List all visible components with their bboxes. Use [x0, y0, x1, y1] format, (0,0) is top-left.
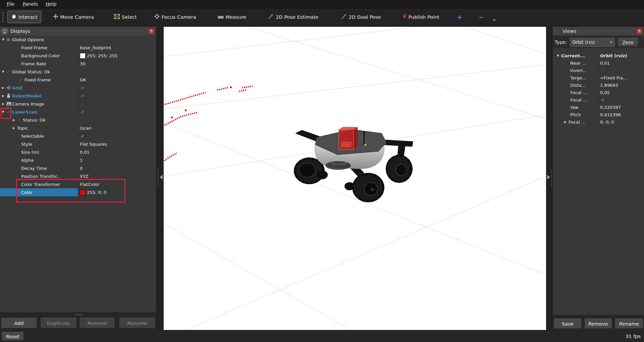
tree-row-camera-image[interactable]: ▶Camera Image — [0, 100, 156, 108]
checkbox[interactable] — [80, 101, 86, 107]
tree-row-global-options[interactable]: ▼⚙Global Options — [0, 36, 156, 44]
tree-row-robotmodel[interactable]: ▶RobotModel✓ — [0, 92, 156, 100]
row-label: Background Color — [21, 53, 60, 58]
tree-row-topic[interactable]: ▶Topic/scan — [0, 124, 156, 132]
tool-focus-camera[interactable]: Focus Camera — [151, 11, 200, 23]
tool-publish-point[interactable]: Publish Point — [399, 11, 443, 23]
collapse-right-icon[interactable] — [547, 175, 550, 180]
tree-row-frame-rate[interactable]: Frame Rate30 — [0, 60, 156, 68]
row-label: Color — [21, 190, 33, 195]
collapse-arrow-icon[interactable]: ▶ — [13, 118, 17, 122]
tool-label: Interact — [18, 14, 38, 20]
checkbox[interactable]: ✓ — [80, 93, 86, 99]
row-label-cell: Invert... — [553, 67, 598, 74]
collapse-left-icon[interactable] — [160, 175, 163, 180]
tool-add-tool[interactable]: + — [454, 11, 466, 23]
tool-move-camera[interactable]: Move Camera — [49, 11, 98, 23]
tree-row-current-[interactable]: ▼Current...Orbit (rviz) — [553, 52, 644, 59]
tree-row-focal-[interactable]: Focal ...✓ — [553, 96, 644, 104]
tree-row-color-transformer[interactable]: Color TransformerFlatColor — [0, 180, 156, 188]
color-swatch[interactable] — [80, 53, 86, 59]
row-value-cell: ✓ — [78, 85, 86, 91]
tree-row-selectable[interactable]: Selectable✓ — [0, 132, 156, 140]
left-splitter[interactable] — [156, 27, 164, 330]
close-icon[interactable]: ✕ — [637, 28, 642, 34]
checkbox[interactable]: ✓ — [600, 97, 606, 103]
collapse-arrow-icon[interactable]: ▶ — [2, 94, 6, 97]
collapse-arrow-icon[interactable]: ▶ — [13, 126, 17, 130]
toolbar-drag-handle[interactable] — [2, 11, 4, 23]
tree-row-alpha[interactable]: Alpha1 — [0, 156, 156, 164]
checkbox[interactable] — [600, 68, 606, 73]
splitter-grip[interactable] — [157, 169, 159, 187]
collapse-arrow-icon[interactable]: ▶ — [2, 86, 6, 89]
tree-row-invert-[interactable]: Invert... — [553, 67, 644, 74]
tool-interact[interactable]: Interact — [7, 11, 41, 23]
row-label-cell: ▶RobotModel — [0, 92, 78, 100]
views-save-button[interactable]: Save — [554, 319, 582, 329]
tree-row-focal-[interactable]: Focal ...0,05 — [553, 89, 644, 96]
tree-row-status-ok[interactable]: ▶✓Status: Ok — [0, 116, 156, 124]
zero-button[interactable]: Zero — [618, 38, 638, 47]
row-label-cell: Style — [0, 140, 78, 148]
tool-measure[interactable]: Measure — [214, 11, 250, 23]
color-swatch[interactable] — [80, 190, 86, 195]
tree-row-decay-time[interactable]: Decay Time0 — [0, 164, 156, 172]
tree-row-focal-[interactable]: ▶Focal ...0; 0; 0 — [553, 118, 644, 126]
laser-icon — [6, 110, 12, 114]
tree-row-targe-[interactable]: Targe...<Fixed Fra... — [553, 74, 644, 81]
row-value-cell: /scan — [78, 126, 92, 131]
views-rename-button[interactable]: Rename — [615, 319, 643, 329]
checkbox[interactable]: ✓ — [80, 85, 86, 91]
tool-overflow-caret[interactable] — [493, 19, 496, 21]
expand-arrow-icon[interactable]: ▼ — [2, 110, 6, 114]
splitter-grip[interactable] — [550, 169, 552, 187]
row-value-cell — [78, 101, 86, 107]
tree-row-size-m-[interactable]: Size (m)0,01 — [0, 148, 156, 156]
views-remove-button[interactable]: Remove — [584, 319, 612, 329]
menu-panels[interactable]: Panels — [18, 1, 42, 7]
tree-row-pitch[interactable]: Pitch0,415398 — [553, 111, 644, 118]
row-label-cell: Focal ... — [553, 96, 598, 104]
checkbox[interactable]: ✓ — [80, 133, 86, 139]
collapse-arrow-icon[interactable]: ▶ — [564, 120, 569, 124]
menu-file[interactable]: File — [3, 1, 18, 7]
tool-select[interactable]: Select — [110, 11, 141, 23]
tree-row-background-color[interactable]: Background Color255; 255; 255 — [0, 52, 156, 60]
expand-arrow-icon[interactable]: ▼ — [2, 70, 6, 73]
tree-row-grid[interactable]: ▶Grid✓ — [0, 84, 156, 92]
row-label: Yaw — [570, 105, 579, 110]
checkbox[interactable]: ✓ — [80, 109, 86, 115]
tool-label: 2D Goal Pose — [349, 14, 381, 20]
tree-row-laserscan[interactable]: ▼LaserScan✓ — [0, 108, 156, 116]
view-type-dropdown[interactable]: Orbit (rviz — [570, 38, 615, 47]
tree-row-global-status-ok[interactable]: ▼✓Global Status: Ok — [0, 68, 156, 76]
row-value-cell: Orbit (rviz) — [598, 53, 627, 58]
reset-button[interactable]: Reset — [2, 332, 24, 341]
tool-goal-pose[interactable]: 2D Goal Pose — [337, 10, 385, 23]
expand-arrow-icon[interactable]: ▼ — [2, 38, 6, 41]
tree-row-fixed-frame[interactable]: Fixed Framebase_footprint — [0, 44, 156, 52]
tree-row-near-[interactable]: Near ...0,01 — [553, 59, 644, 67]
tree-row-fixed-frame[interactable]: ✓Fixed FrameOK — [0, 76, 156, 84]
close-icon[interactable]: ✕ — [149, 28, 154, 34]
tool-remove-tool[interactable]: − — [476, 11, 487, 23]
collapse-arrow-icon[interactable]: ▶ — [2, 102, 6, 106]
tree-row-style[interactable]: StyleFlat Squares — [0, 140, 156, 148]
tool-pose-estimate[interactable]: 2D Pose Estimate — [264, 10, 322, 23]
right-splitter[interactable] — [546, 27, 553, 330]
tree-row-color[interactable]: Color255; 0; 0 — [0, 188, 156, 196]
expand-arrow-icon[interactable]: ▼ — [557, 54, 561, 57]
row-label: Pitch — [570, 112, 581, 117]
tree-row-position-transfor-[interactable]: Position Transfor...XYZ — [0, 172, 156, 180]
tree-row-yaw[interactable]: Yaw0,520397 — [553, 104, 644, 111]
row-label-cell: ▼Current... — [553, 52, 598, 59]
add-button[interactable]: Add — [1, 318, 37, 328]
menu-help[interactable]: Help — [42, 1, 61, 7]
row-label-cell: Alpha — [0, 156, 78, 164]
3d-viewport[interactable] — [164, 27, 546, 330]
ground-grid — [164, 27, 546, 330]
panel-resize-handle[interactable] — [74, 314, 83, 316]
tree-row-dista-[interactable]: Dista...1,89693 — [553, 81, 644, 89]
views-panel-header: Views ✕ — [553, 27, 644, 36]
